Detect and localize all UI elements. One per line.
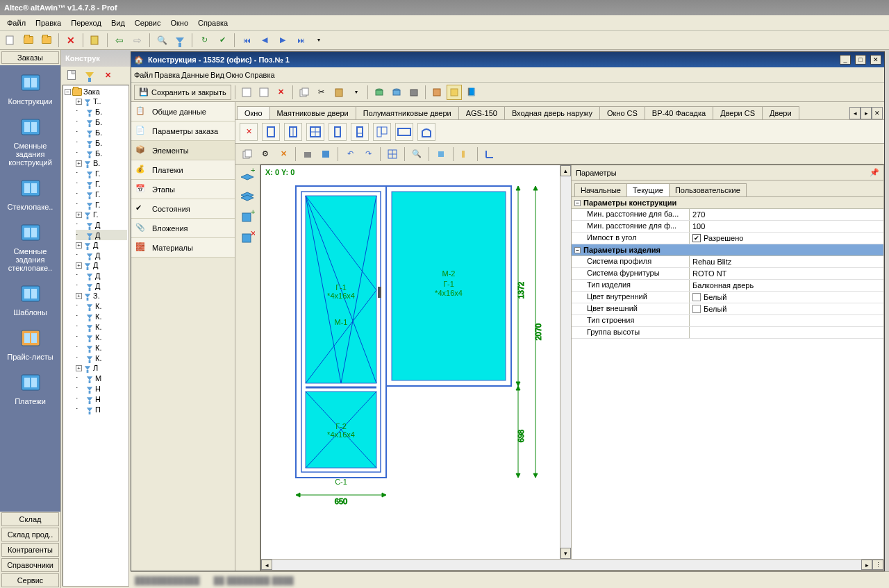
scroll-left-icon[interactable]: ◂ [261, 560, 272, 570]
tree-node[interactable]: +Т.. [76, 96, 127, 106]
param-row[interactable]: Цвет внешний Белый [572, 303, 883, 315]
sidebar-item-4[interactable]: Шаблоны [0, 276, 60, 321]
et-gear-icon[interactable]: ⚙ [258, 146, 273, 162]
sub-tb-db2-icon[interactable] [389, 85, 404, 100]
sub-tb-1-icon[interactable] [239, 85, 254, 100]
product-tab-7[interactable]: Двери CS [713, 106, 763, 119]
sidebar-item-0[interactable]: Конструкции [0, 65, 60, 110]
tree-node[interactable]: +З. [76, 291, 127, 301]
sidebar-item-3[interactable]: Сменные задания стеклопаке.. [0, 215, 60, 276]
product-tab-1[interactable]: Маятниковые двери [269, 106, 356, 119]
shape-arch-icon[interactable] [417, 123, 435, 141]
shape-rect3-icon[interactable] [306, 123, 324, 141]
tb-refresh-icon[interactable]: ↻ [197, 33, 212, 48]
product-tab-2[interactable]: Полумаятниковые двери [356, 106, 459, 119]
sidebar-item-2[interactable]: Стеклопаке.. [0, 171, 60, 215]
scroll-grip-icon[interactable]: ⋮ [872, 560, 883, 570]
sub-tb-copy-icon[interactable] [297, 85, 312, 100]
et-axis-icon[interactable] [482, 146, 497, 162]
param-row[interactable]: Тип изделияБалконная дверь [572, 280, 883, 292]
sub-tb-w2-icon[interactable] [447, 85, 462, 100]
sidebar-item-5[interactable]: Прайс-листы [0, 321, 60, 365]
menu-file[interactable]: Файл [3, 17, 30, 28]
et-db-icon[interactable] [433, 146, 449, 162]
tb-back-icon[interactable]: ⇦ [112, 33, 127, 48]
tree-node[interactable]: ⋅Б. [76, 148, 127, 158]
order-tree[interactable]: −Зака +Т..⋅Б.⋅Б.⋅Б.⋅Б.⋅Б.+В.⋅Г.⋅Г.⋅Г.⋅Г.… [63, 85, 129, 587]
tree-node[interactable]: ⋅Д [76, 280, 127, 291]
tree-node[interactable]: ⋅К. [76, 321, 127, 332]
tree-node[interactable]: +Л [76, 363, 127, 373]
scroll-right-icon[interactable]: ▸ [861, 560, 872, 570]
tree-node[interactable]: ⋅Д [76, 219, 127, 230]
sub-tb-w1-icon[interactable] [429, 85, 444, 100]
tree-node[interactable]: ⋅Б. [76, 127, 127, 137]
menu-view[interactable]: Вид [107, 17, 129, 28]
tab-scroll-left-icon[interactable]: ◂ [849, 107, 861, 119]
param-row[interactable]: Тип строения [572, 315, 883, 327]
sub-tb-db1-icon[interactable] [372, 85, 387, 100]
tree-node[interactable]: ⋅Г. [76, 178, 127, 189]
maximize-button[interactable]: □ [855, 55, 866, 65]
shape-delete-icon[interactable]: ✕ [240, 123, 258, 141]
ct-layers-icon[interactable] [240, 188, 256, 205]
tb-find-icon[interactable]: 🔍 [154, 33, 169, 48]
tree-node[interactable]: ⋅Д [76, 230, 127, 240]
canvas-hscrollbar[interactable]: ◂ ▸ ⋮ [261, 559, 883, 570]
et-scale-icon[interactable] [458, 146, 473, 162]
tb-dropdown-icon[interactable]: ▾ [311, 33, 326, 48]
sub-tb-book-icon[interactable]: 📘 [464, 85, 479, 100]
section-6[interactable]: 📎Вложения [131, 219, 235, 238]
et-box-icon[interactable] [318, 146, 333, 162]
param-row[interactable]: Система фурнитурыROTO NT [572, 268, 883, 280]
tree-node[interactable]: ⋅Г. [76, 189, 127, 199]
section-5[interactable]: ✔Состояния [131, 199, 235, 219]
scroll-down-icon[interactable]: ▾ [560, 548, 571, 559]
tb-prev-icon[interactable]: ◀ [257, 33, 272, 48]
param-row[interactable]: Импост в угол✔ Разрешено [572, 233, 883, 244]
tree-node[interactable]: ⋅Д [76, 250, 127, 260]
product-tab-8[interactable]: Двери [762, 106, 799, 119]
sidebar-bottom-1[interactable]: Склад прод.. [1, 528, 59, 541]
tree-new-icon[interactable] [64, 67, 79, 83]
sidebar-top-orders[interactable]: Заказы [1, 51, 59, 64]
tree-node[interactable]: +В. [76, 158, 127, 168]
tree-node[interactable]: ⋅К. [76, 311, 127, 321]
shape-door-icon[interactable] [329, 123, 347, 141]
ct-cube-del-icon[interactable]: ✕ [240, 230, 256, 246]
menu-help[interactable]: Справка [194, 17, 232, 28]
menu-goto[interactable]: Переход [67, 17, 106, 28]
tree-node[interactable]: +Д [76, 240, 127, 250]
ct-add-layer-icon[interactable]: + [240, 167, 256, 184]
params-tab-0[interactable]: Начальные [574, 183, 627, 196]
et-undo-icon[interactable]: ↶ [342, 146, 358, 162]
section-7[interactable]: 🧱Материалы [131, 238, 235, 258]
minimize-button[interactable]: _ [840, 55, 851, 65]
param-row[interactable]: Система профиляRehau Blitz [572, 256, 883, 268]
tree-node[interactable]: ⋅П [76, 404, 127, 414]
sub-tb-cut-icon[interactable]: ✂ [314, 85, 329, 100]
section-0[interactable]: 📋Общие данные [131, 102, 235, 121]
canvas-vscrollbar[interactable]: ▴ ▾ [560, 165, 571, 559]
sidebar-item-6[interactable]: Платежи [0, 365, 60, 410]
shape-wide-icon[interactable] [395, 123, 413, 141]
section-4[interactable]: 📅Этапы [131, 180, 235, 199]
section-1[interactable]: 📄Параметры заказа [131, 121, 235, 141]
sub-menu-data[interactable]: Данные [181, 71, 209, 79]
tb-open-icon[interactable] [21, 33, 36, 48]
tree-node[interactable]: ⋅Д [76, 270, 127, 280]
et-zoom-icon[interactable]: 🔍 [409, 146, 424, 162]
sub-tb-db3-icon[interactable] [406, 85, 422, 100]
tree-node[interactable]: ⋅К. [76, 353, 127, 363]
subwindow-titlebar[interactable]: 🏠 Конструкция - 15352 (офис) - Поз.№ 1 _… [131, 52, 884, 67]
tree-node[interactable]: ⋅Б. [76, 117, 127, 127]
sidebar-bottom-2[interactable]: Контрагенты [1, 543, 59, 557]
shape-combo-icon[interactable] [373, 123, 391, 141]
product-tab-5[interactable]: Окно CS [599, 106, 645, 119]
sub-tb-del-icon[interactable]: ✕ [274, 85, 289, 100]
tb-check-icon[interactable]: ✔ [215, 33, 230, 48]
sub-menu-help[interactable]: Справка [244, 71, 274, 79]
sub-menu-file[interactable]: Файл [134, 71, 153, 79]
tree-node[interactable]: ⋅Н [76, 394, 127, 404]
tree-node[interactable]: ⋅К. [76, 332, 127, 342]
